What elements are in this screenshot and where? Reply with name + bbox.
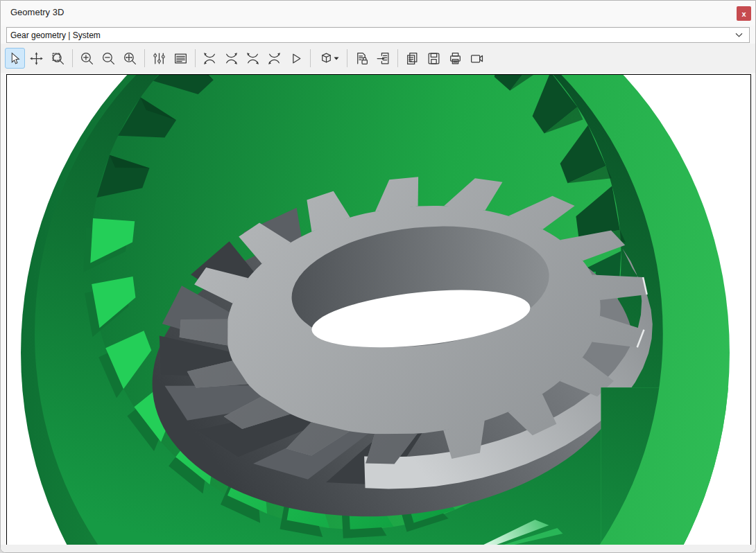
geometry-3d-window: Geometry 3D x Gear geometry | System <box>0 0 756 553</box>
toolbar-separator <box>144 49 145 67</box>
save-button[interactable] <box>424 48 444 69</box>
save-icon <box>427 51 441 66</box>
zoom-in-tool-button[interactable] <box>77 48 97 69</box>
zoom-out-tool-button[interactable] <box>98 48 119 69</box>
toolbar-separator <box>310 49 311 67</box>
view-cube-button[interactable] <box>315 48 343 69</box>
report-export-button[interactable] <box>373 48 393 69</box>
protocol-tool-button[interactable] <box>171 48 191 69</box>
zoom-window-icon <box>51 51 65 66</box>
copy-button[interactable] <box>402 48 422 69</box>
play-icon <box>289 51 303 66</box>
3d-viewport[interactable] <box>6 74 751 546</box>
toolbar-separator <box>347 49 347 67</box>
select-cursor-icon <box>8 51 22 66</box>
play-animation-button[interactable] <box>286 48 306 69</box>
toolbar-separator <box>72 49 73 67</box>
zoom-all-tool-button[interactable] <box>120 48 140 69</box>
close-icon: x <box>741 10 746 18</box>
gear-scene <box>7 75 750 545</box>
copy-icon <box>405 51 420 66</box>
chevron-down-icon <box>334 57 339 60</box>
sliders-tool-button[interactable] <box>149 48 169 69</box>
report-export-icon <box>376 51 390 66</box>
toolbar <box>1 44 755 73</box>
view-selector-combobox[interactable]: Gear geometry | System <box>6 27 750 43</box>
rotation-alt-right-icon <box>267 51 282 66</box>
rotation-right-icon <box>224 51 239 66</box>
zoom-in-icon <box>80 51 94 66</box>
close-button[interactable]: x <box>737 6 751 21</box>
pan-icon <box>29 51 44 66</box>
zoom-window-tool-button[interactable] <box>48 48 68 69</box>
rotation-left-button[interactable] <box>200 48 220 69</box>
sliders-icon <box>152 51 166 66</box>
report-lock-button[interactable] <box>352 48 372 69</box>
print-button[interactable] <box>445 48 465 69</box>
rotation-left-icon <box>203 51 217 66</box>
title-bar: Geometry 3D x <box>1 1 755 26</box>
report-lock-icon <box>354 51 369 66</box>
camera-button[interactable] <box>467 48 487 69</box>
zoom-out-icon <box>101 51 116 66</box>
rotation-alt-right-button[interactable] <box>264 48 284 69</box>
pan-tool-button[interactable] <box>26 48 46 69</box>
zoom-all-icon <box>123 51 137 66</box>
rotation-right-button[interactable] <box>221 48 241 69</box>
toolbar-separator <box>397 49 398 67</box>
window-title: Geometry 3D <box>10 7 64 17</box>
rotation-alt-left-icon <box>246 51 260 66</box>
rotation-alt-left-button[interactable] <box>243 48 263 69</box>
toolbar-separator <box>195 49 196 67</box>
camera-icon <box>470 51 484 66</box>
chevron-down-icon <box>735 33 743 37</box>
select-tool-button[interactable] <box>5 48 25 69</box>
print-icon <box>448 51 463 66</box>
window-bottom-frame <box>1 545 755 552</box>
view-cube-icon <box>319 51 334 66</box>
view-selector-value: Gear geometry | System <box>7 30 735 40</box>
protocol-icon <box>173 51 188 66</box>
